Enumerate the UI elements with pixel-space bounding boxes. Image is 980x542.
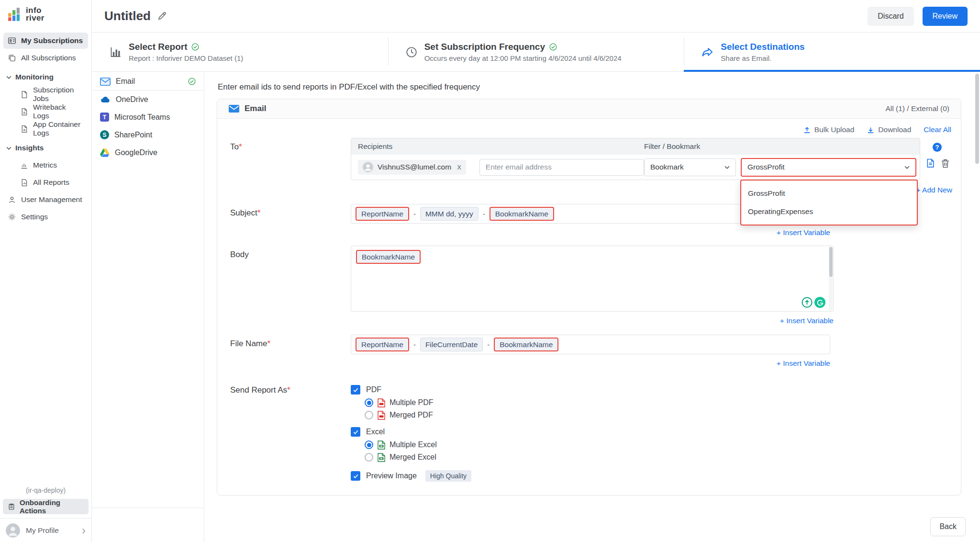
bookmark-select[interactable]: GrossProfit — [741, 158, 916, 177]
filename-label: File Name* — [230, 335, 351, 354]
insert-variable-subject-button[interactable]: + Insert Variable — [777, 228, 830, 237]
preview-image-row: Preview Image High Quality — [351, 469, 471, 483]
merged-excel-radio[interactable] — [365, 453, 373, 462]
recipient-chip[interactable]: VishnuSS@lumel.com X — [358, 160, 466, 175]
filename-field[interactable]: ReportName - FileCurrentDate - BookmarkN… — [351, 335, 830, 354]
excel-file-icon — [378, 453, 385, 462]
chevron-down-icon — [724, 166, 730, 169]
step-text: Select Destinations Share as Email. — [721, 42, 804, 62]
step-select-report[interactable]: Select Report Report : Inforiver DEMO Da… — [92, 33, 388, 71]
insert-variable-body-button[interactable]: + Insert Variable — [780, 316, 834, 325]
grammarly-icon[interactable] — [814, 297, 825, 308]
card-body: Bulk Upload Download Clear All To* — [217, 119, 961, 495]
edit-title-icon[interactable] — [157, 11, 167, 21]
variable-chip-bookmarkname[interactable]: BookmarkName — [494, 338, 558, 351]
bookmark-option-grossprofit[interactable]: GrossProfit — [741, 184, 917, 203]
chevron-down-icon — [6, 76, 11, 79]
destination-sharepoint[interactable]: S SharePoint — [92, 126, 204, 144]
step-set-frequency[interactable]: Set Subscription Frequency Occurs every … — [388, 33, 684, 71]
chevron-down-icon — [6, 147, 11, 150]
filter-type-select[interactable]: Bookmark — [644, 158, 736, 176]
grammarly-widget — [802, 297, 825, 308]
back-button[interactable]: Back — [930, 517, 966, 536]
my-profile-button[interactable]: My Profile › — [0, 518, 91, 542]
destination-microsoft-teams[interactable]: T Microsoft Teams — [92, 108, 204, 126]
add-new-recipient-button[interactable]: + Add New — [916, 186, 952, 196]
preview-image-checkbox[interactable] — [351, 471, 360, 481]
step-select-destinations[interactable]: Select Destinations Share as Email. — [684, 33, 980, 71]
page-scrollbar[interactable] — [975, 74, 979, 164]
sidebar-item-all-subscriptions[interactable]: All Subscriptions — [3, 50, 88, 66]
destination-email[interactable]: Email — [92, 73, 204, 90]
content: Email OneDrive T Microsoft Teams S Share… — [92, 72, 980, 542]
app-logo: info river — [0, 7, 91, 22]
insert-variable-filename-button[interactable]: + Insert Variable — [777, 359, 830, 367]
sidebar-item-all-reports[interactable]: All Reports — [16, 174, 88, 191]
pdf-checkbox[interactable] — [351, 385, 360, 395]
metrics-icon — [20, 161, 28, 169]
grammarly-arrow-icon[interactable] — [802, 297, 813, 308]
filter-column-header: Filter / Bookmark — [644, 142, 700, 151]
variable-chip-bookmarkname[interactable]: BookmarkName — [490, 207, 554, 221]
clear-all-button[interactable]: Clear All — [924, 125, 951, 134]
recipient-counts: All (1) / External (0) — [885, 104, 949, 113]
body-scrollbar[interactable] — [829, 247, 833, 277]
recipients-table-header: Recipients Filter / Bookmark — [351, 138, 920, 155]
sidebar-item-label: Writeback Logs — [33, 103, 84, 120]
destination-label: OneDrive — [116, 95, 148, 104]
selected-check-icon — [188, 78, 196, 85]
sidebar-item-metrics[interactable]: Metrics — [16, 157, 88, 173]
variable-chip-reportname[interactable]: ReportName — [356, 338, 409, 351]
destinations-sidebar: Email OneDrive T Microsoft Teams S Share… — [92, 72, 204, 542]
document-icon — [20, 125, 28, 133]
sidebar-item-label: All Subscriptions — [21, 54, 76, 62]
remove-recipient-button[interactable]: X — [457, 164, 461, 171]
variable-chip-date[interactable]: MMM dd, yyyy — [420, 207, 479, 221]
step-title: Select Destinations — [721, 42, 804, 52]
discard-button[interactable]: Discard — [868, 7, 913, 26]
delete-row-icon[interactable] — [941, 159, 949, 168]
multiple-excel-radio[interactable] — [365, 440, 373, 449]
body-field[interactable]: BookmarkName — [351, 246, 834, 312]
help-icon[interactable]: ? — [933, 143, 942, 152]
email-envelope-icon — [100, 78, 111, 86]
sidebar-item-subscription-jobs[interactable]: Subscription Jobs — [16, 86, 88, 102]
destination-googledrive[interactable]: GoogleDrive — [92, 144, 204, 161]
recipients-table: Recipients Filter / Bookmark VishnuSS@lu… — [351, 138, 920, 180]
destination-onedrive[interactable]: OneDrive — [92, 90, 204, 108]
variable-chip-bookmarkname[interactable]: BookmarkName — [356, 250, 421, 264]
sidebar-item-writeback-logs[interactable]: Writeback Logs — [16, 103, 88, 120]
clipboard-icon — [8, 503, 15, 510]
variable-chip-reportname[interactable]: ReportName — [356, 207, 409, 221]
sidebar-section-monitoring[interactable]: Monitoring — [0, 69, 91, 85]
bookmark-dropdown: GrossProfit OperatingExpenses — [740, 180, 918, 226]
email-input[interactable] — [479, 159, 644, 176]
destination-label: SharePoint — [114, 131, 152, 139]
download-button[interactable]: Download — [867, 125, 911, 134]
send-as-label-text: Send Report As — [230, 385, 287, 395]
report-chart-icon — [109, 45, 122, 58]
gear-icon — [8, 213, 16, 221]
onboarding-actions-button[interactable]: Onboarding Actions — [3, 499, 89, 514]
sidebar-item-user-management[interactable]: User Management — [3, 192, 88, 208]
variable-chip-filecurrentdate[interactable]: FileCurrentDate — [420, 338, 483, 351]
wizard-steps: Select Report Report : Inforiver DEMO Da… — [92, 33, 980, 72]
form-intro: Enter email ids to send reports in PDF/E… — [218, 82, 963, 92]
sidebar-item-settings[interactable]: Settings — [3, 209, 88, 225]
step-text: Select Report Report : Inforiver DEMO Da… — [129, 42, 243, 62]
multiple-pdf-radio[interactable] — [365, 398, 373, 407]
sidebar-item-my-subscriptions[interactable]: My Subscriptions — [3, 33, 88, 49]
bookmark-selected-value: GrossProfit — [747, 163, 785, 171]
copy-to-all-icon[interactable] — [925, 158, 934, 169]
svg-text:T: T — [103, 114, 107, 121]
review-button[interactable]: Review — [923, 7, 968, 26]
sidebar-section-insights[interactable]: Insights — [0, 140, 91, 156]
to-field-row: To* Recipients Filter / Bookmark — [230, 138, 953, 180]
user-icon — [8, 195, 16, 204]
merged-pdf-radio[interactable] — [365, 411, 373, 419]
excel-checkbox[interactable] — [351, 427, 360, 437]
high-quality-badge: High Quality — [425, 470, 471, 482]
bulk-upload-button[interactable]: Bulk Upload — [803, 125, 855, 134]
bookmark-option-operatingexpenses[interactable]: OperatingExpenses — [741, 203, 917, 221]
sidebar-item-app-container-logs[interactable]: App Container Logs — [16, 121, 88, 137]
